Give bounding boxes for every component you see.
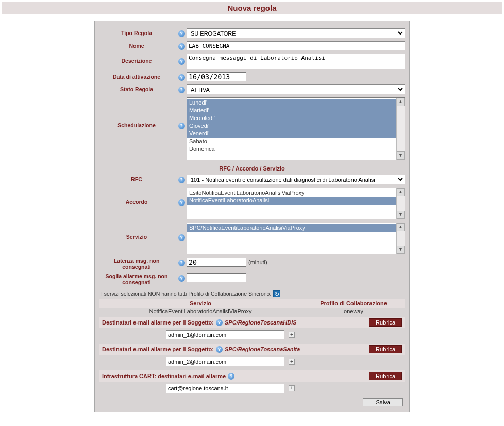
dest-email-input[interactable]	[166, 330, 284, 339]
help-icon[interactable]	[216, 319, 223, 326]
label-rfc: RFC	[99, 175, 176, 182]
latenza-unit: (minuti)	[248, 259, 267, 265]
rubrica-button[interactable]: Rubrica	[369, 318, 402, 327]
scroll-up-icon[interactable]: ▲	[397, 98, 405, 106]
section-header-rfc: RFC / Accordo / Servizio	[99, 165, 405, 172]
rubrica-button[interactable]: Rubrica	[369, 345, 402, 353]
list-item[interactable]: Sabato	[187, 138, 405, 145]
help-icon[interactable]	[178, 74, 185, 81]
scrollbar[interactable]: ▲ ▼	[396, 188, 405, 219]
scroll-up-icon[interactable]: ▲	[397, 188, 405, 196]
data-attivazione-input[interactable]	[187, 72, 246, 81]
title-bar: Nuova regola	[2, 2, 502, 14]
dest-subject: SPC/RegioneToscanaHDIS	[225, 319, 297, 326]
list-item[interactable]: SPC/NotificaEventiLaboratorioAnalisiViaP…	[187, 224, 405, 232]
latenza-input[interactable]	[187, 258, 246, 267]
stato-regola-select[interactable]: ATTIVA	[187, 84, 405, 94]
dest-header: Destinatari e-mail allarme per il Sogget…	[99, 317, 405, 328]
help-icon[interactable]	[178, 123, 185, 129]
help-icon[interactable]	[178, 58, 185, 65]
dest-label-prefix: Destinatari e-mail allarme per il Sogget…	[102, 319, 214, 326]
label-latenza: Latenza msg. non consegnati	[99, 258, 176, 270]
list-item[interactable]: EsitoNotificaEventiLaboratorioAnalisiVia…	[187, 189, 405, 197]
scroll-down-icon[interactable]: ▼	[397, 246, 405, 254]
help-icon[interactable]	[228, 373, 234, 380]
help-icon[interactable]	[178, 275, 185, 282]
list-item[interactable]: Mercoledi'	[187, 114, 405, 122]
rubrica-button[interactable]: Rubrica	[369, 372, 402, 380]
help-icon[interactable]	[178, 199, 185, 206]
add-email-icon[interactable]: +	[289, 359, 295, 365]
sync-note-line: I servizi selezionati NON hanno tutti Pr…	[99, 288, 405, 298]
refresh-icon[interactable]: ↻	[273, 290, 280, 297]
dest-email-input[interactable]	[166, 357, 284, 366]
scroll-up-icon[interactable]: ▲	[397, 223, 405, 231]
scroll-down-icon[interactable]: ▼	[397, 151, 405, 160]
label-stato-regola: Stato Regola	[99, 84, 176, 92]
infra-email-input[interactable]	[166, 384, 284, 393]
cell-servizio: NotificaEventiLaboratorioAnalisiViaProxy	[99, 308, 302, 314]
scrollbar[interactable]: ▲ ▼	[396, 98, 405, 160]
help-icon[interactable]	[178, 177, 185, 183]
scrollbar[interactable]: ▲ ▼	[396, 223, 405, 254]
help-icon[interactable]	[178, 30, 185, 37]
form-panel: Tipo Regola SU EROGATORE Nome Descrizion…	[94, 21, 410, 412]
label-tipo-regola: Tipo Regola	[99, 28, 176, 36]
add-email-icon[interactable]: +	[289, 385, 295, 391]
profile-table-header: Servizio Profilo di Collaborazione	[99, 299, 405, 308]
cell-profilo: oneway	[302, 308, 405, 314]
descrizione-textarea[interactable]: Consegna messaggi di Laboratorio Analisi	[187, 54, 405, 69]
label-soglia: Soglia allarme msg. non consegnati	[99, 273, 176, 285]
table-row: NotificaEventiLaboratorioAnalisiViaProxy…	[99, 308, 405, 315]
servizio-listbox[interactable]: SPC/NotificaEventiLaboratorioAnalisiViaP…	[187, 223, 405, 254]
dest-subject: SPC/RegioneToscanaSanita	[225, 346, 300, 352]
tipo-regola-select[interactable]: SU EROGATORE	[187, 28, 405, 38]
sync-note-text: I servizi selezionati NON hanno tutti Pr…	[101, 291, 271, 297]
help-icon[interactable]	[178, 43, 185, 50]
help-icon[interactable]	[216, 346, 223, 353]
label-schedulazione: Schedulazione	[99, 97, 176, 128]
list-item[interactable]: Domenica	[187, 145, 405, 153]
infra-label: Infrastruttura CART: destinatari e-mail …	[102, 373, 226, 379]
rfc-select[interactable]: 101 - Notifica eventi e consultazione da…	[187, 175, 405, 184]
schedulazione-listbox[interactable]: Lunedi'Martedi'Mercoledi'Giovedi'Venerdi…	[187, 97, 405, 160]
dest-label-prefix: Destinatari e-mail allarme per il Sogget…	[102, 346, 214, 352]
soglia-input[interactable]	[187, 273, 246, 282]
label-servizio: Servizio	[99, 223, 176, 240]
help-icon[interactable]	[178, 234, 185, 241]
page-title: Nuova regola	[2, 4, 502, 12]
help-icon[interactable]	[178, 87, 185, 93]
col-servizio: Servizio	[99, 300, 302, 306]
add-email-icon[interactable]: +	[289, 332, 295, 338]
col-profilo: Profilo di Collaborazione	[302, 300, 405, 306]
save-button[interactable]: Salva	[363, 398, 403, 406]
label-data-attivazione: Data di attivazione	[99, 72, 176, 80]
list-item[interactable]: NotificaEventiLaboratorioAnalisi	[187, 197, 405, 205]
label-nome: Nome	[99, 41, 176, 49]
dest-header: Destinatari e-mail allarme per il Sogget…	[99, 344, 405, 355]
help-icon[interactable]	[178, 260, 185, 266]
list-item[interactable]: Lunedi'	[187, 99, 405, 107]
label-descrizione: Descrizione	[99, 54, 176, 64]
scroll-down-icon[interactable]: ▼	[397, 211, 405, 219]
list-item[interactable]: Venerdi'	[187, 130, 405, 138]
accordo-listbox[interactable]: EsitoNotificaEventiLaboratorioAnalisiVia…	[187, 188, 405, 219]
nome-input[interactable]	[187, 41, 405, 50]
infra-header: Infrastruttura CART: destinatari e-mail …	[99, 370, 405, 382]
list-item[interactable]: Martedi'	[187, 107, 405, 114]
list-item[interactable]: Giovedi'	[187, 122, 405, 130]
label-accordo: Accordo	[99, 188, 176, 205]
